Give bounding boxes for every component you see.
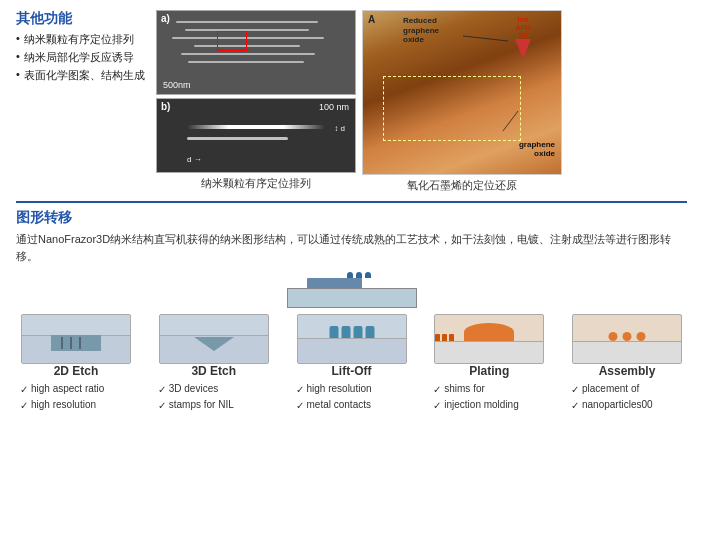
check-as-1: ✓ placement of [571,382,687,398]
checkmark-icon: ✓ [20,382,28,398]
check-text-3d-2: stamps for NIL [169,398,234,412]
check-lo-1: ✓ high resolution [296,382,412,398]
check-text-lo-1: high resolution [307,382,372,396]
checkmark-icon-3d-1: ✓ [158,382,166,398]
process-steps: 2D Etch ✓ high aspect ratio ✓ high resol… [16,314,687,414]
tip-cone-icon [515,39,531,59]
other-functions-list: 纳米颗粒有序定位排列 纳米局部化学反应诱导 表面化学图案、结构生成 [16,32,146,83]
top-section: 其他功能 纳米颗粒有序定位排列 纳米局部化学反应诱导 表面化学图案、结构生成 a… [16,10,687,193]
pattern-transfer-desc: 通过NanoFrazor3D纳米结构直写机获得的纳米图形结构，可以通过传统成熟的… [16,231,687,264]
step-3d-etch: 3D Etch ✓ 3D devices ✓ stamps for NIL [154,314,274,414]
checkmark-icon-2: ✓ [20,398,28,414]
afm-tip-area: hotAFMtip [515,16,531,59]
check-text-2d-2: high resolution [31,398,96,412]
step-2d-etch-icon [21,314,131,364]
afm-image-bottom: b) 100 nm ↕ d d → [156,98,356,173]
list-item-1: 纳米颗粒有序定位排列 [16,32,146,47]
checkmark-icon-lo-2: ✓ [296,398,304,414]
checkmark-icon-pl-1: ✓ [433,382,441,398]
check-text-pl-2: injection molding [444,398,519,412]
step-assembly-checks: ✓ placement of ✓ nanoparticles00 [567,382,687,414]
step-3d-etch-icon [159,314,269,364]
list-item-3: 表面化学图案、结构生成 [16,68,146,83]
step-assembly-icon [572,314,682,364]
check-3d-1: ✓ 3D devices [158,382,274,398]
scale-bar-top: 500nm [163,80,191,90]
step-liftoff-checks: ✓ high resolution ✓ metal contacts [292,382,412,414]
step-plating-checks: ✓ shims for ✓ injection molding [429,382,549,414]
step-2d-etch-checks: ✓ high aspect ratio ✓ high resolution [16,382,136,414]
graphene-3d-image: A hotAFMtip Reducedgrapheneoxide [362,10,562,175]
step-plating-label: Plating [469,364,509,378]
master-structure-icon [287,272,417,308]
afm-label-b: b) [161,101,170,112]
check-2d-2: ✓ high resolution [20,398,136,414]
reduced-graphene-label: Reducedgrapheneoxide [403,16,439,45]
caption-afm: 纳米颗粒有序定位排列 [156,176,356,191]
check-2d-1: ✓ high aspect ratio [20,382,136,398]
left-text-panel: 其他功能 纳米颗粒有序定位排列 纳米局部化学反应诱导 表面化学图案、结构生成 [16,10,146,86]
pattern-transfer-title: 图形转移 [16,209,687,227]
step-2d-etch-label: 2D Etch [54,364,99,378]
step-liftoff: Lift-Off ✓ high resolution ✓ metal conta… [292,314,412,414]
step-2d-etch: 2D Etch ✓ high aspect ratio ✓ high resol… [16,314,136,414]
step-liftoff-icon [297,314,407,364]
pattern-section: 图形转移 通过NanoFrazor3D纳米结构直写机获得的纳米图形结构，可以通过… [16,201,687,414]
red-rect-highlight [217,31,247,51]
dashed-rect [383,76,522,141]
check-3d-2: ✓ stamps for NIL [158,398,274,414]
afm-image-top: a) 500nm [156,10,356,95]
afm-lines [167,21,345,89]
step-liftoff-label: Lift-Off [332,364,372,378]
step-assembly: Assembly ✓ placement of ✓ nanoparticles0… [567,314,687,414]
checkmark-icon-pl-2: ✓ [433,398,441,414]
hot-afm-label: hotAFMtip [515,16,531,39]
list-item-2: 纳米局部化学反应诱导 [16,50,146,65]
step-plating: Plating ✓ shims for ✓ injection molding [429,314,549,414]
step-3d-etch-label: 3D Etch [191,364,236,378]
checkmark-icon-as-2: ✓ [571,398,579,414]
check-lo-2: ✓ metal contacts [296,398,412,414]
scale-bar-bottom: 100 nm [319,102,349,112]
check-text-3d-1: 3D devices [169,382,218,396]
other-functions-title: 其他功能 [16,10,146,28]
page: 其他功能 纳米颗粒有序定位排列 纳米局部化学反应诱导 表面化学图案、结构生成 a… [0,0,703,424]
check-pl-2: ✓ injection molding [433,398,549,414]
label-A: A [368,14,375,25]
check-as-2: ✓ nanoparticles00 [571,398,687,414]
images-area: a) 500nm [156,10,687,193]
caption-graphene: 氧化石墨烯的定位还原 [362,178,562,193]
checkmark-icon-lo-1: ✓ [296,382,304,398]
check-text-pl-1: shims for [444,382,485,396]
checkmark-icon-3d-2: ✓ [158,398,166,414]
graphene-oxide-label: grapheneoxide [519,140,555,159]
step-3d-etch-checks: ✓ 3D devices ✓ stamps for NIL [154,382,274,414]
check-pl-1: ✓ shims for [433,382,549,398]
check-text-lo-2: metal contacts [307,398,371,412]
process-area: 2D Etch ✓ high aspect ratio ✓ high resol… [16,272,687,414]
check-text-as-1: placement of [582,382,639,396]
svg-line-0 [463,36,508,41]
step-assembly-label: Assembly [599,364,656,378]
check-text-2d-1: high aspect ratio [31,382,104,396]
check-text-as-2: nanoparticles00 [582,398,653,412]
surface-3d: A hotAFMtip Reducedgrapheneoxide [363,11,561,174]
checkmark-icon-as-1: ✓ [571,382,579,398]
afm-images: a) 500nm [156,10,356,173]
step-plating-icon [434,314,544,364]
